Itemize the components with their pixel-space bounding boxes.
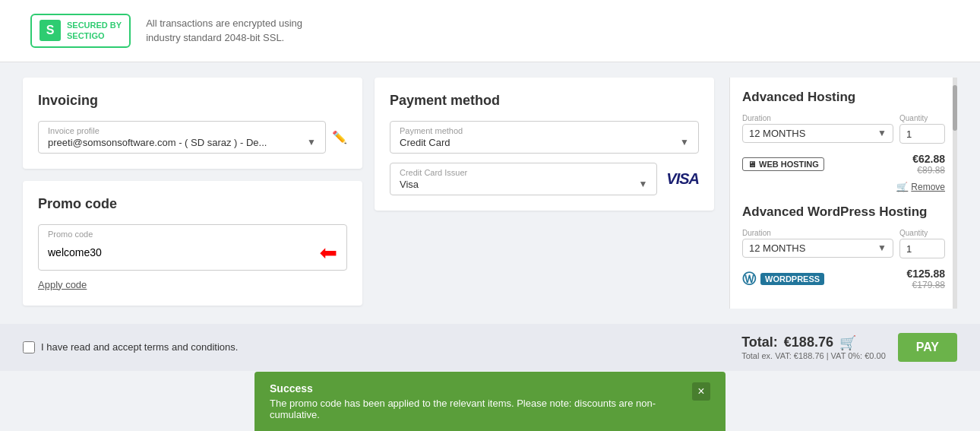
pay-button[interactable]: PAY xyxy=(898,333,957,362)
wp-hosting-duration-value: 12 MONTHS xyxy=(749,242,805,254)
issuer-dropdown-arrow: ▼ xyxy=(638,179,647,189)
card-issuer-row: Credit Card Issuer Visa ▼ VISA xyxy=(390,163,699,195)
promo-arrow-annotation: ➡ xyxy=(320,240,337,265)
apply-code-link[interactable]: Apply code xyxy=(38,279,87,290)
wp-hosting-duration-row: Duration 12 MONTHS ▼ Quantity 1 xyxy=(742,229,945,258)
invoice-profile-value: preeti@somsonsoftware.com - ( SD saraz )… xyxy=(48,137,267,148)
remove-cart-icon: 🛒 xyxy=(896,182,908,192)
header: S SECURED BYSECTIGO All transactions are… xyxy=(0,0,980,62)
payment-section: Payment method Payment method Credit Car… xyxy=(375,78,714,306)
card-issuer-label: Credit Card Issuer xyxy=(400,168,647,177)
wp-hosting-current-price: €125.88 xyxy=(906,268,945,280)
invoicing-card: Invoicing Invoice profile preeti@somsons… xyxy=(23,78,362,169)
web-hosting-title: Advanced Hosting xyxy=(742,90,945,105)
wp-hosting-duration-arrow: ▼ xyxy=(877,242,887,253)
total-main: Total: €188.76 🛒 xyxy=(741,334,886,351)
invoice-profile-select[interactable]: preeti@somsonsoftware.com - ( SD saraz )… xyxy=(48,137,316,148)
web-hosting-duration-arrow: ▼ xyxy=(877,128,887,138)
terms-row: I have read and accept terms and conditi… xyxy=(23,341,238,353)
wp-hosting-duration-col: Duration 12 MONTHS ▼ xyxy=(742,229,893,258)
promo-input-row: ➡ xyxy=(48,240,337,265)
invoicing-section: Invoicing Invoice profile preeti@somsons… xyxy=(23,78,362,306)
left-column: Invoicing Invoice profile preeti@somsons… xyxy=(23,78,714,309)
main-content: Invoicing Invoice profile preeti@somsons… xyxy=(0,62,980,324)
total-value: €188.76 xyxy=(784,334,833,350)
card-issuer-value: Visa xyxy=(400,179,419,190)
web-hosting-item: 🖥 WEB HOSTING €62.88 €89.88 xyxy=(742,153,945,176)
web-hosting-badge: 🖥 WEB HOSTING xyxy=(742,157,824,171)
web-hosting-duration-col: Duration 12 MONTHS ▼ xyxy=(742,114,893,144)
terms-checkbox[interactable] xyxy=(23,341,35,353)
web-hosting-duration-value: 12 MONTHS xyxy=(749,128,805,139)
bottom-bar: I have read and accept terms and conditi… xyxy=(0,324,980,371)
web-hosting-duration-label: Duration xyxy=(742,114,893,122)
wp-hosting-badge: WORDPRESS xyxy=(760,273,824,285)
web-hosting-duration-select[interactable]: 12 MONTHS ▼ xyxy=(742,124,893,143)
web-hosting-quantity-field[interactable]: 1 xyxy=(899,124,945,144)
wp-hosting-item: Ⓦ WORDPRESS €125.88 €179.88 xyxy=(742,268,945,290)
payment-method-field[interactable]: Payment method Credit Card ▼ xyxy=(390,121,699,154)
visa-logo: VISA xyxy=(666,170,699,188)
scrollbar-thumb xyxy=(953,85,957,131)
card-issuer-field[interactable]: Credit Card Issuer Visa ▼ xyxy=(390,163,657,195)
web-hosting-price: €62.88 €89.88 xyxy=(912,153,945,176)
web-hosting-original-price: €89.88 xyxy=(912,165,945,176)
sectigo-name: SECURED BYSECTIGO xyxy=(67,20,122,42)
sectigo-s-logo: S xyxy=(40,20,61,41)
payment-card: Payment method Payment method Credit Car… xyxy=(375,78,714,211)
wordpress-icon: Ⓦ xyxy=(742,270,756,288)
wp-hosting-duration-select[interactable]: 12 MONTHS ▼ xyxy=(742,239,893,258)
terms-text: I have read and accept terms and conditi… xyxy=(41,341,238,353)
ssl-description: All transactions are encrypted using ind… xyxy=(146,16,302,46)
web-hosting-quantity-label: Quantity xyxy=(899,114,945,122)
wp-hosting-quantity-col: Quantity 1 xyxy=(899,229,945,258)
card-issuer-select[interactable]: Visa ▼ xyxy=(400,179,647,190)
wp-hosting-original-price: €179.88 xyxy=(906,280,945,290)
web-hosting-duration-row: Duration 12 MONTHS ▼ Quantity 1 xyxy=(742,114,945,144)
right-panel: Advanced Hosting Duration 12 MONTHS ▼ Qu… xyxy=(729,78,957,309)
invoice-profile-field[interactable]: Invoice profile preeti@somsonsoftware.co… xyxy=(38,121,326,154)
payment-method-label: Payment method xyxy=(400,126,689,135)
web-hosting-current-price: €62.88 xyxy=(912,153,945,165)
invoicing-title: Invoicing xyxy=(38,93,347,109)
promo-input-wrap: Promo code ➡ xyxy=(38,224,347,271)
web-hosting-icon: 🖥 xyxy=(748,160,756,169)
payment-dropdown-arrow: ▼ xyxy=(680,137,689,147)
invoice-edit-icon[interactable]: ✏️ xyxy=(332,130,347,144)
promo-code-label: Promo code xyxy=(48,230,337,239)
scrollbar[interactable] xyxy=(953,78,957,309)
web-hosting-quantity-col: Quantity 1 xyxy=(899,114,945,144)
payment-method-value: Credit Card xyxy=(400,137,450,148)
payment-grid: Payment method Credit Card ▼ Credit Card… xyxy=(390,121,699,195)
invoice-profile-row: Invoice profile preeti@somsonsoftware.co… xyxy=(38,121,347,154)
web-hosting-quantity-value: 1 xyxy=(906,128,912,140)
wp-hosting-quantity-value: 1 xyxy=(906,243,912,255)
promo-code-input[interactable] xyxy=(48,246,314,258)
promo-title: Promo code xyxy=(38,196,347,212)
web-hosting-badge-label: WEB HOSTING xyxy=(759,160,819,169)
form-columns: Invoicing Invoice profile preeti@somsons… xyxy=(23,78,714,306)
wp-hosting-quantity-label: Quantity xyxy=(899,229,945,237)
invoice-dropdown-arrow: ▼ xyxy=(307,137,316,147)
wp-hosting-duration-label: Duration xyxy=(742,229,893,237)
wp-hosting-badge-row: Ⓦ WORDPRESS xyxy=(742,270,824,288)
sectigo-badge: S SECURED BYSECTIGO xyxy=(30,14,131,48)
wp-hosting-price: €125.88 €179.88 xyxy=(906,268,945,290)
invoice-profile-label: Invoice profile xyxy=(48,126,316,135)
cart-icon: 🛒 xyxy=(839,334,856,351)
payment-title: Payment method xyxy=(390,93,699,109)
total-area: Total: €188.76 🛒 Total ex. VAT: €188.76 … xyxy=(741,334,886,360)
remove-label: Remove xyxy=(911,182,945,192)
payment-method-select[interactable]: Credit Card ▼ xyxy=(400,137,689,148)
remove-link[interactable]: 🛒 Remove xyxy=(742,182,945,192)
total-and-pay: Total: €188.76 🛒 Total ex. VAT: €188.76 … xyxy=(741,333,957,362)
total-sub: Total ex. VAT: €188.76 | VAT 0%: €0.00 xyxy=(741,351,886,360)
wp-hosting-quantity-field[interactable]: 1 xyxy=(899,239,945,258)
total-label: Total: xyxy=(741,334,778,350)
promo-card: Promo code Promo code ➡ Apply code xyxy=(23,181,362,306)
wp-hosting-title: Advanced WordPress Hosting xyxy=(742,204,945,220)
